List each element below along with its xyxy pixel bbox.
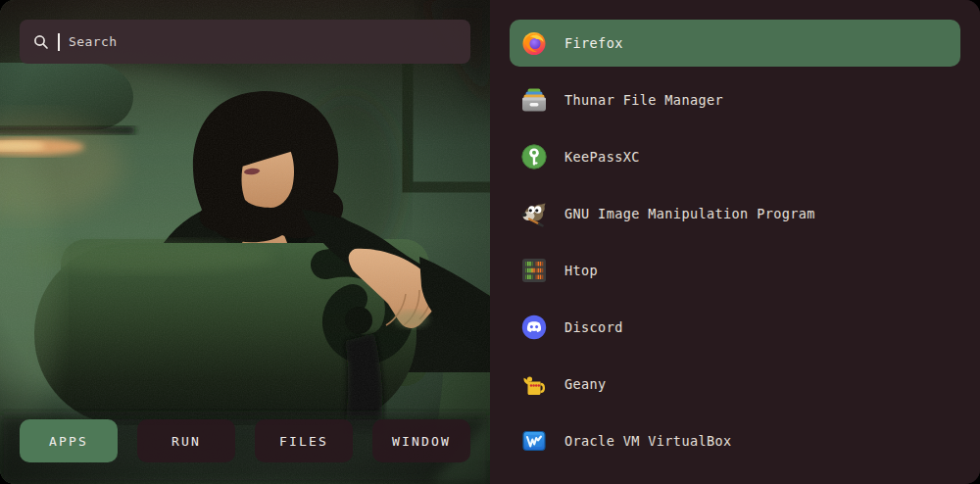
app-row-htop[interactable]: Htop — [510, 247, 960, 294]
launcher-left-pane: APPS RUN FILES WINDOW — [0, 0, 490, 484]
app-label: Htop — [564, 263, 598, 278]
app-row-thunar[interactable]: Thunar File Manager — [510, 76, 960, 123]
app-label: Oracle VM VirtualBox — [564, 433, 732, 449]
firefox-icon — [520, 29, 548, 57]
tab-window[interactable]: WINDOW — [372, 419, 470, 462]
keepassxc-icon — [520, 143, 548, 170]
htop-icon — [520, 257, 548, 284]
search-input[interactable] — [67, 33, 457, 50]
tab-apps[interactable]: APPS — [20, 419, 118, 462]
app-row-keepassxc[interactable]: KeePassXC — [510, 133, 960, 180]
app-list: Firefox Thunar File Manager — [490, 0, 980, 484]
app-row-gimp[interactable]: GNU Image Manipulation Program — [510, 190, 960, 237]
gimp-icon — [520, 200, 548, 227]
app-label: Thunar File Manager — [564, 92, 723, 108]
launcher-window: APPS RUN FILES WINDOW — [0, 0, 980, 484]
app-label: KeePassXC — [564, 149, 640, 165]
armchair-illustration — [0, 0, 490, 484]
search-icon — [33, 34, 49, 50]
app-row-firefox[interactable]: Firefox — [510, 20, 960, 67]
app-label: Firefox — [564, 35, 623, 51]
thunar-icon — [520, 86, 548, 114]
tab-run[interactable]: RUN — [137, 419, 235, 462]
app-row-virtualbox[interactable]: Oracle VM VirtualBox — [510, 417, 960, 464]
app-label: Geany — [564, 376, 607, 392]
discord-icon — [520, 314, 548, 341]
tab-files[interactable]: FILES — [255, 419, 353, 462]
app-label: Discord — [564, 319, 623, 335]
geany-icon — [520, 370, 548, 398]
mode-tabs: APPS RUN FILES WINDOW — [20, 419, 470, 462]
app-row-discord[interactable]: Discord — [510, 304, 960, 351]
app-row-geany[interactable]: Geany — [510, 361, 960, 408]
virtualbox-icon — [520, 427, 548, 455]
app-label: GNU Image Manipulation Program — [564, 206, 815, 221]
search-bar[interactable] — [20, 20, 470, 64]
text-caret — [58, 33, 60, 51]
